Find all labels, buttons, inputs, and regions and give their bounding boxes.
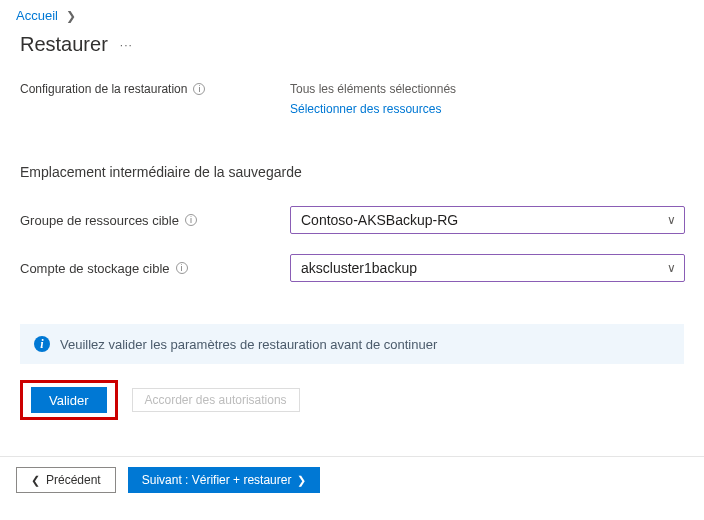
validate-button[interactable]: Valider — [31, 387, 107, 413]
grant-permissions-button: Accorder des autorisations — [132, 388, 300, 412]
storage-account-select[interactable]: akscluster1backup ∨ — [290, 254, 685, 282]
info-icon[interactable]: i — [193, 83, 205, 95]
info-icon[interactable]: i — [185, 214, 197, 226]
staging-heading: Emplacement intermédiaire de la sauvegar… — [16, 144, 688, 200]
breadcrumb-home-link[interactable]: Accueil — [16, 8, 58, 23]
alert-message: Veuillez valider les paramètres de resta… — [60, 337, 437, 352]
chevron-down-icon: ∨ — [667, 213, 676, 227]
highlight-box: Valider — [20, 380, 118, 420]
chevron-left-icon: ❮ — [31, 474, 40, 487]
storage-account-value: akscluster1backup — [301, 260, 417, 276]
resource-group-select[interactable]: Contoso-AKSBackup-RG ∨ — [290, 206, 685, 234]
more-icon[interactable]: ··· — [120, 38, 133, 52]
select-resources-link[interactable]: Sélectionner des ressources — [290, 102, 456, 116]
info-icon: i — [34, 336, 50, 352]
next-label: Suivant : Vérifier + restaurer — [142, 473, 292, 487]
next-button[interactable]: Suivant : Vérifier + restaurer ❯ — [128, 467, 321, 493]
config-selected-text: Tous les éléments sélectionnés — [290, 82, 456, 96]
resource-group-value: Contoso-AKSBackup-RG — [301, 212, 458, 228]
chevron-down-icon: ∨ — [667, 261, 676, 275]
page-title: Restaurer — [20, 33, 108, 56]
chevron-right-icon: ❯ — [66, 9, 76, 23]
previous-button[interactable]: ❮ Précédent — [16, 467, 116, 493]
info-icon[interactable]: i — [176, 262, 188, 274]
previous-label: Précédent — [46, 473, 101, 487]
config-label: Configuration de la restauration — [20, 82, 187, 96]
wizard-footer: ❮ Précédent Suivant : Vérifier + restaur… — [0, 456, 704, 503]
breadcrumb: Accueil ❯ — [16, 0, 688, 27]
storage-account-label: Compte de stockage cible — [20, 261, 170, 276]
chevron-right-icon: ❯ — [297, 474, 306, 487]
resource-group-label: Groupe de ressources cible — [20, 213, 179, 228]
validation-alert: i Veuillez valider les paramètres de res… — [20, 324, 684, 364]
